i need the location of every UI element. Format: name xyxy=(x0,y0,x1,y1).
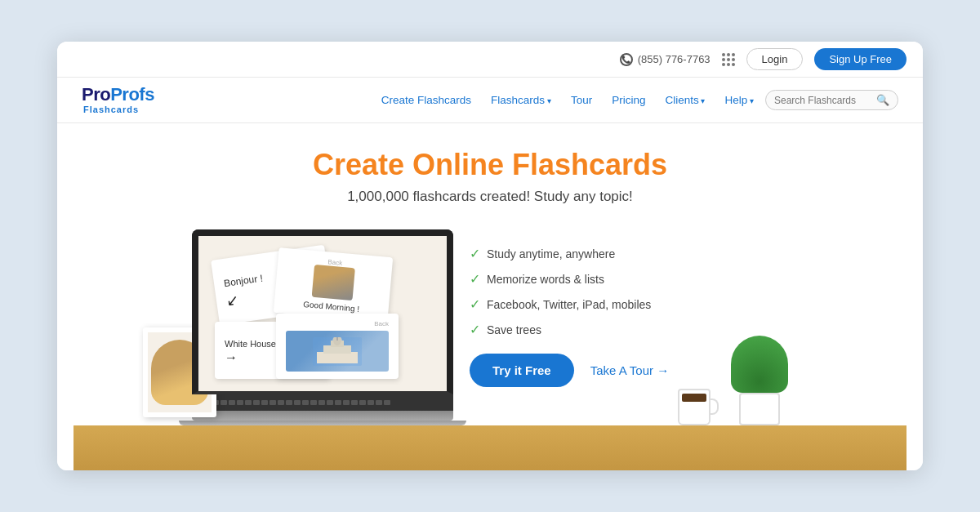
cta-buttons: Try it Free Take A Tour → xyxy=(470,354,715,387)
check-icon-4: ✓ xyxy=(470,322,480,337)
laptop-illustration: Front Bonjour ! ↙ Back Good Morning ! xyxy=(192,229,453,425)
laptop-screen: Front Bonjour ! ↙ Back Good Morning ! xyxy=(192,229,453,394)
laptop-keyboard xyxy=(192,394,453,411)
nav-links: Create Flashcards Flashcards Tour Pricin… xyxy=(373,89,898,111)
features-cta: ✓ Study anytime, anywhere ✓ Memorize wor… xyxy=(470,221,715,387)
feature-3: ✓ Facebook, Twitter, iPad, mobiles xyxy=(470,296,715,312)
feature-2: ✓ Memorize words & lists xyxy=(470,271,715,287)
flashcard-stack: Front Bonjour ! ↙ Back Good Morning ! xyxy=(211,248,434,379)
mug-handle xyxy=(709,398,719,415)
logo-text: ProProfs xyxy=(82,86,154,104)
coffee-mug-area xyxy=(678,389,710,425)
feature-3-text: Facebook, Twitter, iPad, mobiles xyxy=(487,298,651,311)
capitol-image xyxy=(286,331,389,372)
hero-content: Front Bonjour ! ↙ Back Good Morning ! xyxy=(74,221,906,425)
phone-number: (855) 776-7763 xyxy=(638,53,710,65)
hero-subtitle: 1,000,000 flashcards created! Study any … xyxy=(347,189,633,205)
decor-area xyxy=(731,336,788,425)
search-input[interactable] xyxy=(774,95,872,106)
check-icon-2: ✓ xyxy=(470,271,480,287)
nav-create-flashcards[interactable]: Create Flashcards xyxy=(373,89,479,111)
logo-profs: Profs xyxy=(110,84,154,105)
person-image xyxy=(312,265,355,301)
check-icon-1: ✓ xyxy=(470,246,480,261)
flashcard-4: Back xyxy=(276,314,399,379)
svg-rect-12 xyxy=(336,337,338,341)
login-button[interactable]: Login xyxy=(746,48,804,70)
capitol-svg xyxy=(313,337,362,366)
nav-bar: ProProfs Flashcards Create Flashcards Fl… xyxy=(57,78,923,123)
logo[interactable]: ProProfs Flashcards xyxy=(82,86,154,114)
nav-clients[interactable]: Clients xyxy=(657,89,713,111)
logo-sub: Flashcards xyxy=(83,105,139,114)
search-icon: 🔍 xyxy=(876,94,889,106)
laptop-base xyxy=(192,411,453,421)
feature-4-text: Save trees xyxy=(487,323,541,336)
hero-section: Create Online Flashcards 1,000,000 flash… xyxy=(57,123,923,470)
nav-tour[interactable]: Tour xyxy=(563,89,600,111)
phone-icon: 📞 xyxy=(620,53,633,66)
plant-leaves xyxy=(731,336,788,393)
feature-1: ✓ Study anytime, anywhere xyxy=(470,246,715,261)
browser-window: 📞 (855) 776-7763 Login Sign Up Free ProP… xyxy=(57,42,923,470)
hero-title: Create Online Flashcards xyxy=(313,148,667,182)
nav-help[interactable]: Help xyxy=(716,89,762,111)
nav-pricing[interactable]: Pricing xyxy=(604,89,653,111)
feature-1-text: Study anytime, anywhere xyxy=(487,247,615,260)
flashcard-2: Back Good Morning ! xyxy=(274,247,393,323)
check-icon-3: ✓ xyxy=(470,296,480,312)
signup-button[interactable]: Sign Up Free xyxy=(814,48,906,70)
desk-container xyxy=(74,425,906,470)
feature-2-text: Memorize words & lists xyxy=(487,273,604,286)
desk-top xyxy=(74,425,906,470)
features-list: ✓ Study anytime, anywhere ✓ Memorize wor… xyxy=(470,229,715,337)
card4-label: Back xyxy=(286,320,389,327)
card2-text: Good Morning ! xyxy=(303,300,360,314)
search-box[interactable]: 🔍 xyxy=(765,90,898,110)
nav-flashcards[interactable]: Flashcards xyxy=(483,89,559,111)
logo-pro: Pro xyxy=(82,84,110,105)
top-bar: 📞 (855) 776-7763 Login Sign Up Free xyxy=(57,42,923,78)
svg-rect-8 xyxy=(317,352,358,363)
apps-grid-icon[interactable] xyxy=(722,53,735,66)
phone-info: 📞 (855) 776-7763 xyxy=(620,53,710,66)
feature-4: ✓ Save trees xyxy=(470,322,715,337)
try-free-button[interactable]: Try it Free xyxy=(470,354,574,387)
coffee-mug-body xyxy=(678,389,710,425)
take-tour-link[interactable]: Take A Tour → xyxy=(590,363,669,377)
plant-pot xyxy=(739,393,780,425)
mug-coffee xyxy=(682,394,706,402)
